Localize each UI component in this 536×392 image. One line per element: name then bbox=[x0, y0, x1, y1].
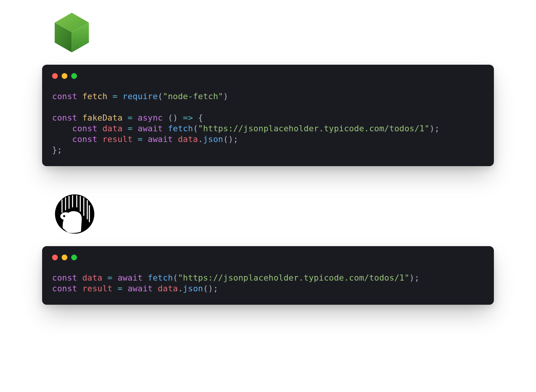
node-hex-icon bbox=[54, 11, 90, 54]
node-code: const fetch = require("node-fetch") cons… bbox=[52, 91, 484, 155]
minimize-icon[interactable] bbox=[62, 255, 67, 260]
close-icon[interactable] bbox=[52, 73, 58, 79]
deno-circle-icon bbox=[54, 193, 96, 235]
comparison-canvas: const fetch = require("node-fetch") cons… bbox=[0, 0, 536, 320]
close-icon[interactable] bbox=[52, 255, 58, 260]
node-logo-wrap bbox=[54, 11, 494, 55]
deno-logo-wrap bbox=[54, 193, 494, 237]
zoom-icon[interactable] bbox=[71, 255, 77, 260]
deno-code: const data = await fetch("https://jsonpl… bbox=[52, 273, 484, 294]
window-traffic-lights bbox=[52, 73, 484, 79]
zoom-icon[interactable] bbox=[71, 73, 77, 79]
deno-code-window: const data = await fetch("https://jsonpl… bbox=[42, 246, 494, 305]
svg-point-13 bbox=[63, 215, 65, 217]
window-traffic-lights bbox=[52, 255, 484, 260]
node-code-window: const fetch = require("node-fetch") cons… bbox=[42, 65, 494, 166]
minimize-icon[interactable] bbox=[62, 73, 67, 79]
